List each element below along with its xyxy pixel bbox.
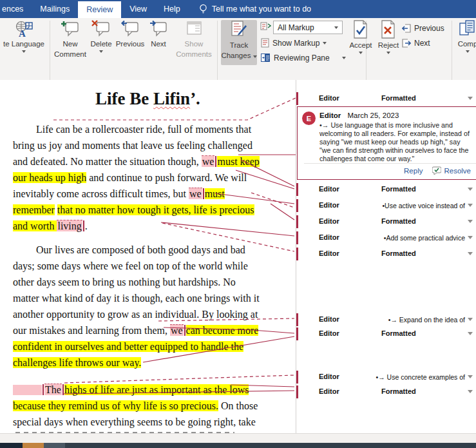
reply-button[interactable]: Reply (392, 166, 423, 175)
display-for-review-icon (260, 22, 271, 32)
tab-mailings[interactable]: Mailings (32, 0, 78, 18)
change-bar (296, 385, 298, 398)
highlighted-text: remember (13, 204, 55, 215)
text-run: another opportunity to grow as an indivi… (13, 309, 258, 320)
document-line: confident in ourselves and better equipp… (13, 340, 243, 353)
revision-row[interactable]: EditorFormatted (296, 248, 476, 260)
revision-description: •→ Use concrete examples of (376, 373, 465, 381)
tab-review[interactable]: Review (78, 1, 121, 18)
document-line: remember that no matter how tough it get… (13, 203, 254, 217)
show-comments-button: Show Comments (174, 20, 214, 59)
resolve-icon (432, 166, 441, 175)
chevron-down-icon[interactable] (468, 204, 473, 207)
previous-comment-button[interactable]: Previous (115, 20, 145, 48)
revision-row[interactable]: EditorFormatted (296, 93, 476, 104)
chevron-down-icon[interactable] (468, 97, 473, 100)
resolve-button[interactable]: Resolve (432, 166, 471, 175)
chevron-down-icon[interactable] (468, 220, 473, 223)
revision-row[interactable]: Editor•→ Use concrete examples of (296, 371, 476, 383)
chevron-down-icon (359, 52, 363, 54)
text-run: Life can be a rollercoaster ride, full o… (36, 124, 251, 135)
revision-row[interactable]: EditorFormatted (296, 184, 476, 195)
compare-button[interactable]: Comp (455, 20, 476, 53)
chevron-down-icon[interactable] (468, 188, 473, 191)
change-bar (296, 183, 298, 196)
taskbar[interactable] (0, 443, 476, 448)
document-page[interactable]: Life Be Lifin’. Life can be a rollercoas… (0, 80, 296, 433)
revision-row[interactable]: Editor•Use active voice instead of (296, 200, 476, 211)
revision-row[interactable]: Editor•→ Expand on the idea of (296, 314, 476, 326)
text-run: On those (218, 400, 258, 411)
chevron-down-icon (386, 52, 390, 54)
tab-view[interactable]: View (121, 0, 155, 18)
document-line: inevitably come across difficult times, … (13, 187, 225, 200)
previous-comment-icon (120, 20, 140, 38)
chevron-down-icon[interactable] (468, 318, 473, 321)
next-change-button[interactable]: Next (402, 39, 430, 48)
comment-card[interactable]: E Editor March 25, 2023 •→ Use language … (297, 106, 476, 180)
text-run: and defeated. No matter the situation th… (13, 156, 202, 167)
change-bar (296, 371, 298, 384)
highlighted-text: must (205, 188, 225, 199)
document-title: Life Be Lifin’. (0, 89, 296, 109)
track-changes-label-2: Changes (221, 51, 256, 60)
previous-change-button[interactable]: Previous (402, 24, 444, 33)
tab-ences[interactable]: ences (0, 0, 32, 18)
next-comment-button[interactable]: Next (146, 20, 171, 48)
reviewing-pane-button[interactable]: Reviewing Pane (260, 53, 346, 63)
revision-author: Editor (319, 373, 339, 380)
revision-row[interactable]: Editor•Add some practical advice (296, 232, 476, 244)
show-markup-button[interactable]: Show Markup (261, 38, 327, 48)
reply-icon (392, 166, 401, 175)
highlighted-text: highs of life are just as important as t… (64, 384, 249, 395)
chevron-down-icon[interactable] (468, 236, 473, 239)
delete-comment-button[interactable]: Delete (88, 20, 114, 53)
chevron-down-icon[interactable] (468, 390, 473, 393)
highlighted-text: must keep (217, 156, 259, 167)
accept-label: Accept (349, 41, 372, 50)
document-line: our mistakes and learning from them, wec… (13, 324, 258, 337)
chevron-down-icon[interactable] (468, 375, 473, 378)
reviewing-pane-icon (260, 53, 271, 63)
accept-button[interactable]: Accept (348, 20, 373, 54)
comment-divider (304, 163, 476, 164)
comment-date: March 25, 2023 (347, 112, 399, 119)
tab-help[interactable]: Help (155, 0, 189, 18)
reject-button[interactable]: Reject (376, 20, 401, 54)
text-run: . (85, 220, 88, 231)
accept-icon (352, 20, 370, 39)
inserted-text: living (57, 220, 82, 231)
highlighted-text: confident in ourselves and better equipp… (13, 341, 243, 352)
highlighted-text: challenges life throws our way. (13, 357, 141, 368)
chevron-down-icon[interactable] (468, 332, 473, 335)
chevron-down-icon[interactable] (468, 252, 473, 255)
highlighted-text: that no matter how tough it gets, life i… (57, 204, 254, 215)
show-markup-icon (261, 38, 269, 48)
show-comments-label-1: Show (185, 39, 204, 48)
track-changes-button[interactable]: Track Changes (221, 20, 257, 65)
next-comment-label: Next (151, 39, 166, 48)
revision-row[interactable]: EditorFormatted (296, 216, 476, 228)
revision-row[interactable]: EditorFormatted (296, 386, 476, 398)
revision-row[interactable]: EditorFormatted (296, 328, 476, 340)
revision-author: Editor (319, 233, 339, 241)
text-run: other days seem to bring us nothing but … (13, 277, 236, 287)
revision-author: Editor (319, 329, 339, 337)
new-comment-button[interactable]: New Comment (54, 20, 86, 59)
translate-language-button[interactable]: A te Language (0, 20, 48, 53)
new-comment-icon (61, 20, 80, 38)
insertion-mark (43, 384, 44, 395)
document-line: Our lives are composed of both good days… (36, 243, 245, 257)
revision-author: Editor (319, 185, 339, 193)
tell-me-box[interactable]: Tell me what you want to do (193, 0, 318, 18)
change-bar (296, 199, 298, 212)
status-strip (0, 433, 476, 443)
chevron-down-icon (466, 50, 470, 53)
revision-description: Formatted (381, 249, 416, 257)
display-for-review-combobox[interactable]: All Markup (273, 21, 343, 34)
taskbar-segment (44, 443, 65, 448)
comment-header: Editor March 25, 2023 (319, 112, 399, 119)
tell-me-label: Tell me what you want to do (212, 5, 311, 14)
chevron-down-icon (22, 50, 26, 53)
taskbar-segment-orange (23, 443, 44, 448)
